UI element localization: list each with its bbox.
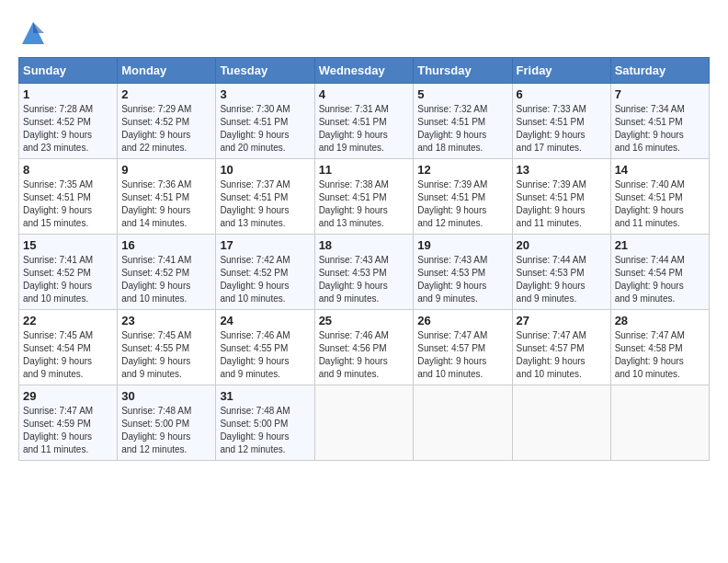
calendar-cell: 28Sunrise: 7:47 AM Sunset: 4:58 PM Dayli…	[610, 310, 709, 385]
calendar-week-1: 1Sunrise: 7:28 AM Sunset: 4:52 PM Daylig…	[19, 84, 710, 159]
calendar-cell: 19Sunrise: 7:43 AM Sunset: 4:53 PM Dayli…	[414, 235, 512, 310]
day-info: Sunrise: 7:44 AM Sunset: 4:53 PM Dayligh…	[517, 254, 607, 305]
calendar-week-2: 8Sunrise: 7:35 AM Sunset: 4:51 PM Daylig…	[19, 159, 710, 235]
day-info: Sunrise: 7:45 AM Sunset: 4:55 PM Dayligh…	[121, 329, 211, 381]
day-info: Sunrise: 7:34 AM Sunset: 4:51 PM Dayligh…	[615, 103, 705, 155]
day-info: Sunrise: 7:33 AM Sunset: 4:51 PM Dayligh…	[517, 103, 607, 155]
day-info: Sunrise: 7:45 AM Sunset: 4:54 PM Dayligh…	[23, 329, 113, 381]
day-number: 27	[517, 314, 607, 327]
day-number: 18	[319, 238, 410, 252]
day-number: 9	[121, 163, 211, 177]
day-number: 30	[121, 389, 211, 403]
calendar-cell: 7Sunrise: 7:34 AM Sunset: 4:51 PM Daylig…	[610, 84, 709, 159]
day-number: 3	[220, 87, 310, 101]
day-info: Sunrise: 7:48 AM Sunset: 5:00 PM Dayligh…	[220, 405, 310, 456]
day-info: Sunrise: 7:41 AM Sunset: 4:52 PM Dayligh…	[23, 254, 113, 305]
header-cell-wednesday: Wednesday	[314, 58, 414, 84]
day-number: 24	[220, 314, 310, 327]
day-number: 4	[319, 87, 410, 101]
day-number: 13	[517, 163, 607, 177]
header-cell-saturday: Saturday	[610, 58, 709, 84]
calendar-cell: 16Sunrise: 7:41 AM Sunset: 4:52 PM Dayli…	[118, 235, 216, 310]
day-number: 14	[615, 163, 705, 177]
day-info: Sunrise: 7:40 AM Sunset: 4:51 PM Dayligh…	[615, 178, 705, 230]
header-cell-sunday: Sunday	[19, 58, 118, 84]
day-info: Sunrise: 7:48 AM Sunset: 5:00 PM Dayligh…	[121, 405, 211, 456]
calendar-cell: 26Sunrise: 7:47 AM Sunset: 4:57 PM Dayli…	[414, 310, 512, 385]
day-info: Sunrise: 7:47 AM Sunset: 4:57 PM Dayligh…	[517, 329, 607, 381]
day-info: Sunrise: 7:30 AM Sunset: 4:51 PM Dayligh…	[220, 103, 310, 155]
day-number: 16	[121, 238, 211, 252]
calendar-cell	[414, 385, 512, 461]
calendar-cell: 31Sunrise: 7:48 AM Sunset: 5:00 PM Dayli…	[216, 385, 314, 461]
header-cell-tuesday: Tuesday	[216, 58, 314, 84]
calendar-cell: 2Sunrise: 7:29 AM Sunset: 4:52 PM Daylig…	[118, 84, 216, 159]
header-cell-thursday: Thursday	[414, 58, 512, 84]
calendar-header: SundayMondayTuesdayWednesdayThursdayFrid…	[19, 58, 710, 84]
calendar-cell	[314, 385, 414, 461]
day-number: 11	[319, 163, 410, 177]
day-info: Sunrise: 7:31 AM Sunset: 4:51 PM Dayligh…	[319, 103, 410, 155]
calendar-cell: 6Sunrise: 7:33 AM Sunset: 4:51 PM Daylig…	[512, 84, 610, 159]
day-info: Sunrise: 7:32 AM Sunset: 4:51 PM Dayligh…	[417, 103, 507, 155]
day-number: 10	[220, 163, 310, 177]
calendar-cell: 21Sunrise: 7:44 AM Sunset: 4:54 PM Dayli…	[610, 235, 709, 310]
calendar-cell: 25Sunrise: 7:46 AM Sunset: 4:56 PM Dayli…	[314, 310, 414, 385]
day-info: Sunrise: 7:36 AM Sunset: 4:51 PM Dayligh…	[121, 178, 211, 230]
day-number: 12	[417, 163, 507, 177]
calendar-week-3: 15Sunrise: 7:41 AM Sunset: 4:52 PM Dayli…	[19, 235, 710, 310]
day-info: Sunrise: 7:46 AM Sunset: 4:56 PM Dayligh…	[319, 329, 410, 381]
day-number: 1	[23, 87, 113, 101]
day-info: Sunrise: 7:43 AM Sunset: 4:53 PM Dayligh…	[319, 254, 410, 305]
header-cell-monday: Monday	[118, 58, 216, 84]
day-number: 26	[417, 314, 507, 327]
calendar-cell: 11Sunrise: 7:38 AM Sunset: 4:51 PM Dayli…	[314, 159, 414, 235]
calendar-cell: 29Sunrise: 7:47 AM Sunset: 4:59 PM Dayli…	[19, 385, 118, 461]
calendar-cell	[610, 385, 709, 461]
calendar-cell: 13Sunrise: 7:39 AM Sunset: 4:51 PM Dayli…	[512, 159, 610, 235]
page-header	[18, 18, 710, 48]
calendar-cell: 17Sunrise: 7:42 AM Sunset: 4:52 PM Dayli…	[216, 235, 314, 310]
calendar-cell: 18Sunrise: 7:43 AM Sunset: 4:53 PM Dayli…	[314, 235, 414, 310]
header-row: SundayMondayTuesdayWednesdayThursdayFrid…	[19, 58, 710, 84]
day-number: 21	[615, 238, 705, 252]
day-info: Sunrise: 7:46 AM Sunset: 4:55 PM Dayligh…	[220, 329, 310, 381]
day-info: Sunrise: 7:43 AM Sunset: 4:53 PM Dayligh…	[417, 254, 507, 305]
calendar-cell: 15Sunrise: 7:41 AM Sunset: 4:52 PM Dayli…	[19, 235, 118, 310]
day-number: 28	[615, 314, 705, 327]
calendar-cell: 24Sunrise: 7:46 AM Sunset: 4:55 PM Dayli…	[216, 310, 314, 385]
calendar-cell: 14Sunrise: 7:40 AM Sunset: 4:51 PM Dayli…	[610, 159, 709, 235]
calendar-cell: 5Sunrise: 7:32 AM Sunset: 4:51 PM Daylig…	[414, 84, 512, 159]
day-info: Sunrise: 7:38 AM Sunset: 4:51 PM Dayligh…	[319, 178, 410, 230]
calendar-table: SundayMondayTuesdayWednesdayThursdayFrid…	[18, 57, 710, 461]
day-number: 17	[220, 238, 310, 252]
calendar-cell: 30Sunrise: 7:48 AM Sunset: 5:00 PM Dayli…	[118, 385, 216, 461]
day-number: 6	[517, 87, 607, 101]
calendar-body: 1Sunrise: 7:28 AM Sunset: 4:52 PM Daylig…	[19, 84, 710, 461]
svg-marker-1	[33, 22, 44, 33]
day-info: Sunrise: 7:39 AM Sunset: 4:51 PM Dayligh…	[517, 178, 607, 230]
day-info: Sunrise: 7:47 AM Sunset: 4:59 PM Dayligh…	[23, 405, 113, 456]
day-info: Sunrise: 7:41 AM Sunset: 4:52 PM Dayligh…	[121, 254, 211, 305]
calendar-cell	[512, 385, 610, 461]
calendar-cell: 12Sunrise: 7:39 AM Sunset: 4:51 PM Dayli…	[414, 159, 512, 235]
calendar-cell: 4Sunrise: 7:31 AM Sunset: 4:51 PM Daylig…	[314, 84, 414, 159]
day-info: Sunrise: 7:37 AM Sunset: 4:51 PM Dayligh…	[220, 178, 310, 230]
logo	[18, 18, 51, 48]
day-number: 31	[220, 389, 310, 403]
day-number: 15	[23, 238, 113, 252]
day-number: 25	[319, 314, 410, 327]
day-info: Sunrise: 7:35 AM Sunset: 4:51 PM Dayligh…	[23, 178, 113, 230]
day-number: 8	[23, 163, 113, 177]
day-info: Sunrise: 7:47 AM Sunset: 4:57 PM Dayligh…	[417, 329, 507, 381]
day-info: Sunrise: 7:47 AM Sunset: 4:58 PM Dayligh…	[615, 329, 705, 381]
day-info: Sunrise: 7:42 AM Sunset: 4:52 PM Dayligh…	[220, 254, 310, 305]
calendar-cell: 8Sunrise: 7:35 AM Sunset: 4:51 PM Daylig…	[19, 159, 118, 235]
calendar-cell: 9Sunrise: 7:36 AM Sunset: 4:51 PM Daylig…	[118, 159, 216, 235]
day-number: 22	[23, 314, 113, 327]
day-number: 2	[121, 87, 211, 101]
day-number: 7	[615, 87, 705, 101]
calendar-cell: 20Sunrise: 7:44 AM Sunset: 4:53 PM Dayli…	[512, 235, 610, 310]
logo-icon	[18, 18, 48, 48]
day-info: Sunrise: 7:39 AM Sunset: 4:51 PM Dayligh…	[417, 178, 507, 230]
